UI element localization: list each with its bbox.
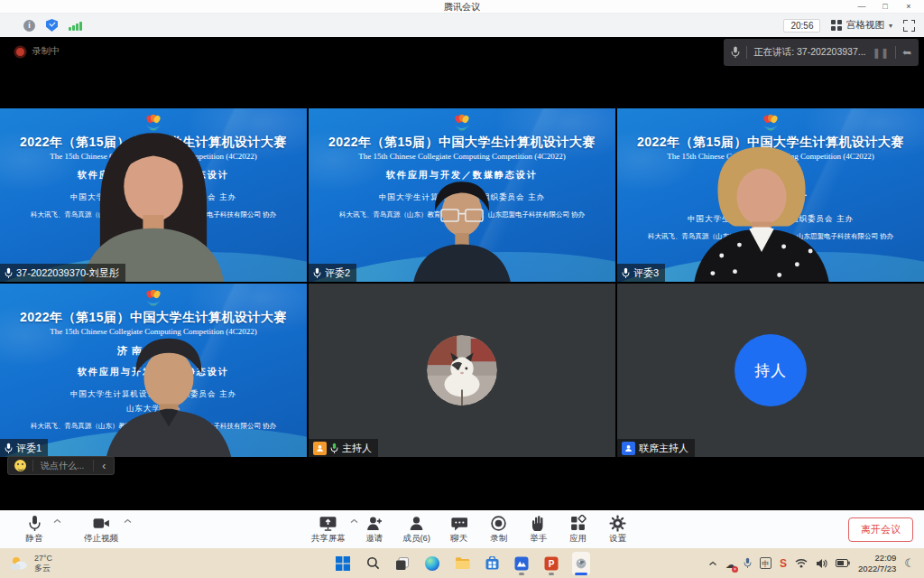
reply-arrow-icon[interactable]: ➦ [902,46,911,59]
svg-text:P: P [549,558,555,568]
participant-silhouette [58,129,248,282]
video-tile-cohost[interactable]: 持人 联席主持人 [617,284,924,457]
chevron-up-icon[interactable] [124,518,132,524]
file-explorer-icon[interactable] [453,552,471,575]
quick-chat-bar: 说点什么... ‹ [7,456,115,475]
tray-chevron-icon[interactable] [708,561,717,566]
network-signal-icon [69,21,82,31]
powerpoint-icon[interactable]: P [542,552,560,575]
mic-icon [731,46,740,59]
weather-condition: 多云 [34,564,52,573]
mic-icon [5,267,13,279]
search-icon[interactable] [364,552,382,575]
leave-meeting-button[interactable]: 离开会议 [848,517,913,542]
participant-name-tag: 评委1 [0,439,48,457]
taskbar-weather-widget[interactable]: 27°C 多云 [9,554,52,573]
share-screen-icon [319,515,337,532]
chat-button[interactable]: 聊天 [439,515,479,545]
weather-sun-cloud-icon [9,555,29,571]
participant-name-tag: 联席主持人 [617,439,695,457]
collapse-chat-icon[interactable]: ‹ [94,460,114,472]
video-tile-judge3[interactable]: 2022年（第15届）中国大学生计算机设计大赛 The 15th Chinese… [617,108,924,282]
chat-bubble-icon [450,515,467,532]
members-button[interactable]: 成员(6) [394,515,439,545]
participant-silhouette [672,140,850,282]
video-tile-host[interactable]: 主持人 [309,284,615,457]
taskbar-center-icons: P [334,548,590,578]
chevron-up-icon[interactable] [53,518,61,524]
ime-language-icon[interactable]: 中 [760,557,772,569]
edge-icon[interactable] [423,552,441,575]
raise-hand-button[interactable]: 举手 [519,515,559,545]
fullscreen-icon[interactable] [903,20,915,32]
competition-logo-icon [759,115,782,133]
video-tile-judge2[interactable]: 2022年（第15届）中国大学生计算机设计大赛 The 15th Chinese… [309,108,615,282]
meeting-info-icon[interactable]: i [23,20,35,32]
initials-avatar: 持人 [735,334,807,406]
sogou-s-icon[interactable]: S [780,557,787,570]
video-tile-judge1[interactable]: 2022年（第15届）中国大学生计算机设计大赛 The 15th Chinese… [0,284,307,457]
weather-temp: 27°C [34,554,52,564]
cloud-sync-error-icon[interactable]: ☁ × [725,555,735,572]
participant-silhouette [88,329,249,457]
mic-icon [313,267,321,279]
minimize-button[interactable]: — [850,0,873,13]
windows-taskbar: 27°C 多云 [0,548,924,578]
gear-icon [609,515,626,532]
emoji-icon[interactable] [14,460,26,471]
window-title: 腾讯会议 [0,1,924,14]
invite-button[interactable]: 邀请 [355,515,394,545]
night-mode-moon-icon[interactable]: ☾ [904,556,915,570]
chat-input[interactable]: 说点什么... [33,460,93,472]
recording-indicator: 录制中 [16,45,60,58]
meeting-stage: 录制中 正在讲话: 37-202203937... ❚❚ ➦ [0,37,924,510]
stop-video-button[interactable]: 停止视频 [74,515,128,545]
microsoft-store-icon[interactable] [483,552,501,575]
task-view-icon[interactable] [393,552,411,575]
apps-button[interactable]: 应用 [559,515,598,545]
participant-name-tag: 主持人 [309,439,378,457]
system-tray: ☁ × 中 S [708,553,915,574]
camera-icon [92,515,111,532]
restore-button[interactable]: □ [873,0,897,13]
meeting-toolbar: i 20:56 宫格视图 ▾ [0,14,924,37]
tray-mic-icon[interactable] [744,557,752,569]
cat-avatar [427,335,497,406]
mic-icon [622,267,630,279]
window-titlebar: 腾讯会议 — □ × [0,0,924,14]
mute-button[interactable]: 静音 [11,515,58,545]
meeting-control-bar: 静音 停止视频 共享屏幕 [0,510,924,548]
participant-name-tag: 评委2 [309,264,356,282]
participant-name-tag: 评委3 [617,264,665,282]
chevron-down-icon: ▾ [889,22,892,30]
taskbar-clock[interactable]: 22:09 2022/7/23 [858,553,896,574]
wifi-icon[interactable] [795,558,808,568]
speaker-icon[interactable] [816,558,827,569]
cohost-badge-icon [622,442,635,455]
competition-logo-icon [450,115,474,133]
close-button[interactable]: × [897,0,920,13]
participant-silhouette [393,171,531,282]
raise-hand-icon [531,515,546,532]
tencent-meeting-window: 腾讯会议 — □ × i 20:56 宫格视图 ▾ 录制中 [0,0,924,578]
meeting-app-active-icon[interactable] [572,552,590,575]
windows-start-icon[interactable] [334,552,352,575]
record-icon [490,515,507,532]
battery-icon[interactable] [836,559,850,567]
mic-active-icon [330,443,338,454]
grid-view-icon [831,20,842,31]
mic-icon [5,443,13,454]
active-speaker-indicator: 正在讲话: 37-202203937... ❚❚ ➦ [724,39,919,66]
members-icon [408,515,425,532]
share-screen-button[interactable]: 共享屏幕 [302,515,355,545]
meeting-docs-app-icon[interactable] [513,552,531,575]
recording-dot-icon [16,48,24,56]
host-badge-icon [313,442,327,455]
grid-view-button[interactable]: 宫格视图 ▾ [831,19,892,32]
video-tile-liuyutong[interactable]: 2022年（第15届）中国大学生计算机设计大赛 The 15th Chinese… [0,108,307,282]
security-shield-icon[interactable] [46,19,58,32]
record-button[interactable]: 录制 [479,515,519,545]
settings-button[interactable]: 设置 [598,515,638,545]
mic-icon [28,515,42,532]
clap-icon[interactable]: ❚❚ [873,47,889,59]
